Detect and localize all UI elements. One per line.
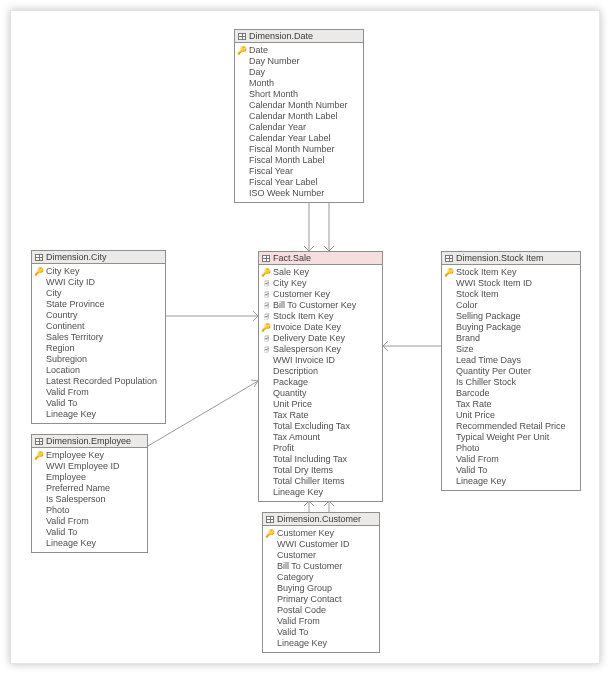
column[interactable]: 🔑Date <box>238 45 359 56</box>
column[interactable]: ·Total Chiller Items <box>262 476 378 487</box>
column[interactable]: ·Total Dry Items <box>262 465 378 476</box>
column[interactable]: ·Quantity Per Outer <box>445 366 576 377</box>
column[interactable]: ·Location <box>35 365 161 376</box>
table-dimension-city[interactable]: Dimension.City 🔑City Key·WWI City ID·Cit… <box>31 250 166 424</box>
column[interactable]: ·Buying Group <box>266 583 375 594</box>
column[interactable]: ·WWI Customer ID <box>266 539 375 550</box>
column[interactable]: ·Unit Price <box>445 410 576 421</box>
column[interactable]: ·Description <box>262 366 378 377</box>
column[interactable]: ·Bill To Customer <box>266 561 375 572</box>
column[interactable]: ·Calendar Year Label <box>238 133 359 144</box>
column[interactable]: ·Preferred Name <box>35 483 143 494</box>
column[interactable]: ·Fiscal Year Label <box>238 177 359 188</box>
column[interactable]: ·Fiscal Month Label <box>238 155 359 166</box>
column[interactable]: ·Valid From <box>445 454 576 465</box>
column[interactable]: ·Primary Contact <box>266 594 375 605</box>
column[interactable]: ·Fiscal Month Number <box>238 144 359 155</box>
table-header[interactable]: Dimension.Customer <box>263 513 379 526</box>
table-fact-sale[interactable]: Fact.Sale 🔑Sale Key⎘City Key⎘Customer Ke… <box>258 251 383 502</box>
column[interactable]: ·Subregion <box>35 354 161 365</box>
column[interactable]: ·WWI Employee ID <box>35 461 143 472</box>
column[interactable]: ·Total Excluding Tax <box>262 421 378 432</box>
column[interactable]: ⎘Stock Item Key <box>262 311 378 322</box>
column[interactable]: ·Size <box>445 344 576 355</box>
column[interactable]: ·Photo <box>35 505 143 516</box>
column[interactable]: ⎘City Key <box>262 278 378 289</box>
column[interactable]: 🔑Invoice Date Key <box>262 322 378 333</box>
column[interactable]: ·Lead Time Days <box>445 355 576 366</box>
column[interactable]: ·Country <box>35 310 161 321</box>
column[interactable]: ·Valid To <box>445 465 576 476</box>
column[interactable]: ·Lineage Key <box>266 638 375 649</box>
column[interactable]: ·Lineage Key <box>262 487 378 498</box>
column[interactable]: ⎘Bill To Customer Key <box>262 300 378 311</box>
table-dimension-customer[interactable]: Dimension.Customer 🔑Customer Key·WWI Cus… <box>262 512 380 653</box>
column[interactable]: ·State Province <box>35 299 161 310</box>
column[interactable]: ·Day Number <box>238 56 359 67</box>
column[interactable]: ⎘Customer Key <box>262 289 378 300</box>
column[interactable]: 🔑Employee Key <box>35 450 143 461</box>
table-header[interactable]: Dimension.Employee <box>32 435 147 448</box>
column[interactable]: ·Recommended Retail Price <box>445 421 576 432</box>
column[interactable]: ·Region <box>35 343 161 354</box>
column[interactable]: ·Valid To <box>35 398 161 409</box>
column[interactable]: ·Sales Territory <box>35 332 161 343</box>
column[interactable]: ·Color <box>445 300 576 311</box>
column[interactable]: ·Valid From <box>35 387 161 398</box>
column[interactable]: ·Latest Recorded Population <box>35 376 161 387</box>
column[interactable]: 🔑City Key <box>35 266 161 277</box>
column[interactable]: ·WWI City ID <box>35 277 161 288</box>
column[interactable]: ·Valid From <box>35 516 143 527</box>
column[interactable]: ·Photo <box>445 443 576 454</box>
column[interactable]: 🔑Customer Key <box>266 528 375 539</box>
column[interactable]: ·Calendar Month Label <box>238 111 359 122</box>
column[interactable]: ·Day <box>238 67 359 78</box>
table-dimension-employee[interactable]: Dimension.Employee 🔑Employee Key·WWI Emp… <box>31 434 148 553</box>
table-header[interactable]: Dimension.Stock Item <box>442 252 580 265</box>
column[interactable]: ·Calendar Month Number <box>238 100 359 111</box>
column[interactable]: ·Total Including Tax <box>262 454 378 465</box>
column[interactable]: ·Lineage Key <box>35 538 143 549</box>
column[interactable]: ·Barcode <box>445 388 576 399</box>
column[interactable]: ·WWI Stock Item ID <box>445 278 576 289</box>
column[interactable]: ⎘Salesperson Key <box>262 344 378 355</box>
column[interactable]: ·Calendar Year <box>238 122 359 133</box>
column[interactable]: ·Lineage Key <box>35 409 161 420</box>
column[interactable]: ·Tax Rate <box>445 399 576 410</box>
column[interactable]: ·City <box>35 288 161 299</box>
column[interactable]: ·Selling Package <box>445 311 576 322</box>
column[interactable]: ·Package <box>262 377 378 388</box>
column[interactable]: ·Short Month <box>238 89 359 100</box>
column[interactable]: 🔑Stock Item Key <box>445 267 576 278</box>
column[interactable]: ·Valid From <box>266 616 375 627</box>
table-header[interactable]: Dimension.Date <box>235 30 363 43</box>
column[interactable]: ·Continent <box>35 321 161 332</box>
column[interactable]: ·Unit Price <box>262 399 378 410</box>
column[interactable]: ·Quantity <box>262 388 378 399</box>
column[interactable]: ·Lineage Key <box>445 476 576 487</box>
column[interactable]: ·Is Chiller Stock <box>445 377 576 388</box>
column[interactable]: ·Stock Item <box>445 289 576 300</box>
column[interactable]: 🔑Sale Key <box>262 267 378 278</box>
column[interactable]: ⎘Delivery Date Key <box>262 333 378 344</box>
column[interactable]: ·Tax Amount <box>262 432 378 443</box>
column[interactable]: ·Fiscal Year <box>238 166 359 177</box>
table-dimension-stock-item[interactable]: Dimension.Stock Item 🔑Stock Item Key·WWI… <box>441 251 581 491</box>
column[interactable]: ·Valid To <box>266 627 375 638</box>
table-header[interactable]: Dimension.City <box>32 251 165 264</box>
column[interactable]: ·Tax Rate <box>262 410 378 421</box>
column[interactable]: ·Customer <box>266 550 375 561</box>
column[interactable]: ·Brand <box>445 333 576 344</box>
column[interactable]: ·Profit <box>262 443 378 454</box>
column[interactable]: ·Category <box>266 572 375 583</box>
column[interactable]: ·Employee <box>35 472 143 483</box>
column[interactable]: ·WWI Invoice ID <box>262 355 378 366</box>
column[interactable]: ·Buying Package <box>445 322 576 333</box>
table-header[interactable]: Fact.Sale <box>259 252 382 265</box>
column[interactable]: ·Is Salesperson <box>35 494 143 505</box>
column[interactable]: ·Month <box>238 78 359 89</box>
column[interactable]: ·ISO Week Number <box>238 188 359 199</box>
table-dimension-date[interactable]: Dimension.Date 🔑Date·Day Number·Day·Mont… <box>234 29 364 203</box>
column[interactable]: ·Postal Code <box>266 605 375 616</box>
column[interactable]: ·Typical Weight Per Unit <box>445 432 576 443</box>
